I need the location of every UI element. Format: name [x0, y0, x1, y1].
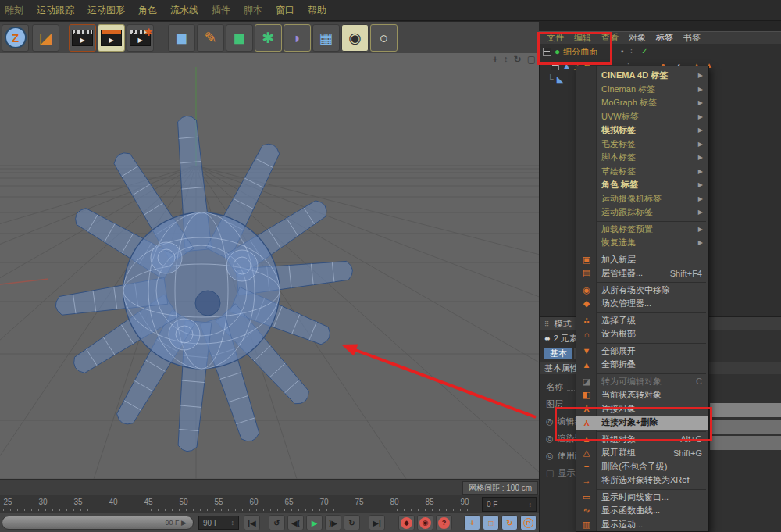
- menu-item-插件[interactable]: 插件: [212, 4, 230, 17]
- menu-item-显示时间线窗口[interactable]: 显示时间线窗口...▭: [576, 491, 708, 505]
- menu-item-显示运动[interactable]: 显示运动...▥: [576, 518, 708, 532]
- play-button[interactable]: ▶: [306, 515, 323, 530]
- menu-item-显示函数曲线[interactable]: 显示函数曲线...∿: [576, 504, 708, 518]
- next-key-button[interactable]: )▶: [325, 515, 341, 530]
- expand-toggle[interactable]: [543, 48, 551, 56]
- record-rotation-button[interactable]: ↻: [501, 515, 518, 530]
- menu-item-运动摄像机标签[interactable]: 运动摄像机标签▶: [576, 192, 708, 206]
- make-editable-button[interactable]: ◼: [226, 24, 253, 52]
- viewport-3d[interactable]: +↕↻▢: [0, 53, 539, 479]
- menu-item-Cineman标签[interactable]: Cineman 标签▶: [576, 83, 708, 97]
- attribute-input-field[interactable]: [710, 403, 781, 417]
- menu-item-运动跟踪[interactable]: 运动跟踪: [37, 4, 74, 17]
- menu-item-当前状态转对象[interactable]: 当前状态转对象◧: [576, 388, 708, 402]
- object-row-child[interactable]: └◣: [547, 73, 563, 85]
- add-cube-button[interactable]: ◼: [168, 24, 195, 52]
- attribute-input-field[interactable]: [710, 420, 781, 434]
- menu-item-脚本标签[interactable]: 脚本标签▶: [576, 151, 708, 165]
- menu-item-label: 层管理器...: [601, 267, 643, 279]
- record-parameter-button[interactable]: P: [520, 515, 537, 530]
- om-menu-对象[interactable]: 对象: [629, 32, 646, 44]
- keyframe-help-button[interactable]: ?: [436, 515, 452, 530]
- visibility-dots-icon[interactable]: ∶: [630, 45, 633, 58]
- object-label[interactable]: 细分曲面: [563, 46, 597, 58]
- menu-item-展开群组[interactable]: 展开群组△Shift+G: [576, 446, 708, 460]
- menu-item-加载标签预置[interactable]: 加载标签预置▶: [576, 223, 708, 237]
- record-position-button[interactable]: +: [464, 515, 480, 530]
- render-settings-button[interactable]: ▶✱: [127, 24, 154, 52]
- render-view-button[interactable]: ▶: [69, 24, 96, 52]
- stepper-icon[interactable]: ↕: [529, 501, 533, 509]
- menu-item-草绘标签[interactable]: 草绘标签▶: [576, 165, 708, 179]
- menu-item-全部折叠[interactable]: 全部折叠▲: [576, 358, 708, 372]
- generators-button[interactable]: ✱: [255, 24, 282, 52]
- light-button[interactable]: ○: [370, 24, 398, 52]
- loop-button[interactable]: ↻: [344, 515, 360, 530]
- timeline-ruler[interactable]: 0 F ↕ 2530354045505560657075808590: [0, 495, 539, 513]
- end-frame-input[interactable]: 0 F ↕: [482, 497, 537, 512]
- menu-item-帮助[interactable]: 帮助: [308, 4, 326, 17]
- menu-item-连接对象[interactable]: 连接对象Y: [576, 402, 708, 416]
- floor-objects-button[interactable]: ▦: [312, 24, 340, 52]
- menu-item-运动跟踪标签[interactable]: 运动跟踪标签▶: [576, 205, 708, 220]
- camera-button[interactable]: ◉: [341, 24, 369, 52]
- stepper-icon[interactable]: ↕: [231, 519, 235, 527]
- menu-item-雕刻[interactable]: 雕刻: [5, 4, 23, 17]
- menu-item-选择子级[interactable]: 选择子级∴: [576, 314, 708, 328]
- om-menu-书签[interactable]: 书签: [683, 32, 701, 44]
- record-scale-button[interactable]: □: [483, 515, 499, 530]
- autokey-button[interactable]: ◉: [417, 515, 433, 530]
- checkbox-icon[interactable]: ▢: [546, 468, 554, 478]
- om-menu-文件[interactable]: 文件: [547, 32, 564, 44]
- menu-item-连接对象+删除[interactable]: 连接对象+删除Y: [576, 416, 708, 430]
- menu-item-从所有场次中移除[interactable]: 从所有场次中移除◉: [576, 284, 708, 298]
- animation-toolbar: 90 F ▶ 90 F ↕ |◀↺◀(▶)▶↻▶|◆◉?+□↻P⠿▤: [0, 513, 539, 532]
- rotate-icon[interactable]: ↻: [514, 54, 522, 65]
- goto-start-button[interactable]: |◀: [244, 515, 260, 530]
- menu-item-设为根部[interactable]: 设为根部⌂: [576, 327, 708, 341]
- expand-toggle[interactable]: [551, 62, 559, 70]
- menu-item-层管理器[interactable]: 层管理器...▤Shift+F4: [576, 266, 708, 280]
- menu-item-运动图形[interactable]: 运动图形: [87, 4, 125, 17]
- menu-item-加入新层[interactable]: 加入新层▣: [576, 253, 708, 267]
- om-menu-编辑[interactable]: 编辑: [574, 32, 591, 44]
- object-row-subdivision-surface[interactable]: ●细分曲面▪∶✓: [543, 45, 777, 58]
- menu-item-恢复选集[interactable]: 恢复选集▶: [576, 236, 708, 250]
- menu-item-删除(不包含子级)[interactable]: 删除(不包含子级)−: [576, 460, 708, 474]
- state-dot-icon[interactable]: ▪: [621, 45, 624, 58]
- menu-item-群组对象[interactable]: 群组对象▲Alt+G: [576, 433, 708, 447]
- menu-item-CINEMA4D标签[interactable]: CINEMA 4D 标签▶: [576, 69, 708, 83]
- pan-icon[interactable]: +: [493, 54, 498, 65]
- menu-item-场次管理器[interactable]: 场次管理器...◆: [576, 297, 708, 311]
- goz-button[interactable]: Z: [2, 24, 29, 52]
- play-mode-button[interactable]: ↺: [269, 515, 285, 530]
- timeline-slider[interactable]: 90 F ▶: [2, 516, 194, 530]
- zoom-icon[interactable]: ↕: [504, 54, 508, 65]
- render-picture-viewer-button[interactable]: ▶: [98, 24, 125, 52]
- menu-item-UVW标签[interactable]: UVW标签▶: [576, 110, 708, 124]
- menu-item-角色[interactable]: 角色: [138, 4, 157, 17]
- menu-item-MoGraph标签[interactable]: MoGraph 标签▶: [576, 96, 708, 110]
- maximize-icon[interactable]: ▢: [527, 54, 536, 65]
- previous-key-button[interactable]: ◀(: [287, 515, 304, 530]
- om-menu-标签[interactable]: 标签: [656, 32, 673, 44]
- axis-workplane-button[interactable]: ◪: [32, 24, 59, 52]
- menu-item-角色标签[interactable]: 角色 标签▶: [576, 178, 708, 192]
- tab-基本[interactable]: 基本: [544, 348, 572, 359]
- record-keyframe-button[interactable]: ◆: [398, 515, 415, 530]
- goto-end-button[interactable]: ▶|: [369, 515, 385, 530]
- menu-item-窗口[interactable]: 窗口: [276, 4, 294, 17]
- om-menu-查看[interactable]: 查看: [601, 32, 619, 44]
- menu-item-模拟标签[interactable]: 模拟标签▶: [576, 123, 708, 137]
- menu-item-毛发标签[interactable]: 毛发标签▶: [576, 137, 708, 152]
- menu-item-全部展开[interactable]: 全部展开▼: [576, 345, 708, 359]
- menu-item-脚本[interactable]: 脚本: [244, 4, 262, 17]
- deformers-button[interactable]: ◗: [284, 24, 311, 52]
- menu-item-label: 选择子级: [601, 315, 636, 327]
- enabled-checkmark-icon[interactable]: ✓: [641, 45, 647, 58]
- spline-pen-button[interactable]: ✎: [197, 24, 224, 52]
- current-frame-input[interactable]: 90 F ↕: [198, 516, 239, 530]
- menu-item-将所选对象转换为XRef[interactable]: 将所选对象转换为XRef→: [576, 473, 708, 487]
- attribute-input-field[interactable]: [710, 436, 781, 450]
- menu-item-流水线[interactable]: 流水线: [170, 4, 198, 17]
